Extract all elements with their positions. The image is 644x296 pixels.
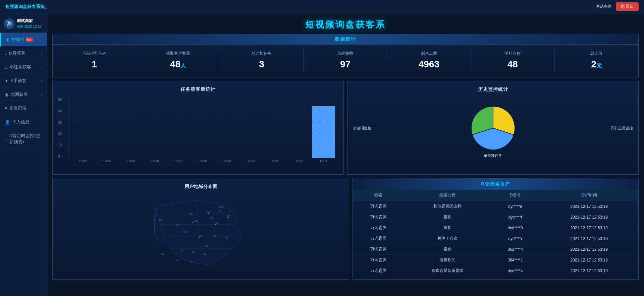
stat-value-4: 4963 — [391, 59, 467, 70]
bar-y-label: 10 — [58, 143, 62, 147]
pie-label-single: 单视频任务 — [484, 154, 502, 158]
svg-text:内蒙古: 内蒙古 — [189, 213, 194, 215]
bar-x-label-2: 12-09 — [119, 160, 142, 163]
bar-x-label-5: 12-12 — [192, 160, 215, 163]
bar-fill-10 — [312, 106, 335, 158]
sidebar-item-5[interactable]: ¥ 充值记录 — [0, 102, 47, 115]
nav-icon-5: ¥ — [5, 106, 7, 111]
table-cell-4-0: 万词霸屏 — [353, 244, 404, 255]
bottom-row: 用户地域分布图 — [52, 178, 639, 280]
table-card-title: D音线索用户 — [481, 181, 510, 186]
nav-arrow-2: › — [41, 65, 42, 69]
logout-button[interactable]: ⏻ 退出 — [616, 2, 639, 11]
table-cell-3-0: 万词霸屏 — [353, 233, 404, 244]
svg-text:河南: 河南 — [199, 235, 202, 237]
table-cell-1-1: 喜欢 — [404, 212, 491, 223]
table-row[interactable]: 万词霸屏其他霸屏怎么样dyr****e2021-12-17 12:53:19 — [353, 201, 638, 212]
table-col-2: D音号 — [491, 190, 540, 201]
svg-text:吉林: 吉林 — [219, 210, 222, 212]
map-card: 用户地域分布图 — [52, 178, 349, 280]
top-bar: 短视频询盘获客系统_ 测试商家 ⏻ 退出 — [0, 0, 644, 13]
table-body: 万词霸屏其他霸屏怎么样dyr****e2021-12-17 12:53:19万词… — [353, 201, 638, 276]
nav-label-2: 小红薯获客 — [9, 64, 31, 70]
sidebar-item-0[interactable]: ⊞ 控制台hot — [0, 33, 47, 47]
stat-label-5: 消耗点数 — [474, 51, 551, 56]
bar-x-label-7: 12-14 — [240, 160, 263, 163]
svg-text:重庆: 重庆 — [192, 251, 195, 253]
page-title: 短视频询盘获客系 — [47, 13, 644, 34]
stat-label-0: 当前运行任务 — [56, 51, 132, 56]
pie-svg — [466, 101, 520, 155]
nav-label-5: 充值记录 — [9, 105, 26, 111]
table-row[interactable]: 万词霸屏喜欢862****42021-12-17 12:53:19 — [353, 244, 638, 255]
stat-value-0: 1 — [56, 59, 132, 70]
main-content: 短视频询盘获客系 数据统计 当前运行任务 1获取客户数量 48人总监控任务 3总… — [47, 13, 644, 296]
table-row[interactable]: 万词霸屏挺喜欢的384****12021-12-17 12:53:19 — [353, 255, 638, 265]
sidebar-item-6[interactable]: 👤 个人信息 — [0, 115, 47, 129]
app-title: 短视频询盘获客系统_ — [5, 4, 47, 10]
table-cell-2-0: 万词霸屏 — [353, 223, 404, 233]
stat-item-0: 当前运行任务 1 — [53, 48, 136, 72]
nav-arrow-4: › — [41, 93, 42, 97]
bar-x-label-3: 12-10 — [144, 160, 166, 163]
table-row[interactable]: 万词霸屏喜欢背景音乐是啥dyn****42021-12-17 12:53:19 — [353, 265, 638, 276]
table-row[interactable]: 万词霸屏关注了喜欢dy0****r2021-12-17 12:53:19 — [353, 233, 638, 244]
nav-icon-0: ⊞ — [6, 37, 9, 42]
bars-container — [68, 98, 338, 158]
bar-y-label: 0 — [58, 155, 62, 158]
table-cell-4-1: 喜欢 — [404, 244, 491, 255]
svg-text:四川: 四川 — [181, 249, 184, 251]
bar-x-label-9: 12-16 — [288, 160, 311, 163]
bar-x-label-10: 12-17 — [312, 160, 335, 163]
bar-y-label: 20 — [58, 132, 62, 135]
svg-text:安徽: 安徽 — [213, 235, 216, 237]
sidebar-nav: ⊞ 控制台hot♪ M音获客›□ 小红薯获客›✦ K手获客›◉ 地图获客›¥ 充… — [0, 33, 47, 149]
svg-text:湖北: 湖北 — [205, 245, 208, 247]
table-cell-1-0: 万词霸屏 — [353, 212, 404, 223]
sidebar-username: 测试商家 — [17, 18, 42, 24]
table-row[interactable]: 万词霸屏喜欢dyx****f2021-12-17 12:53:19 — [353, 212, 638, 223]
sidebar-expiry: 到期 2022-12-17 — [17, 24, 42, 29]
bar-x-labels: 12-0712-0812-0912-1012-1112-1212-1312-14… — [68, 158, 338, 163]
nav-label-1: M音获客 — [9, 50, 26, 56]
table-cell-3-3: 2021-12-17 12:53:19 — [540, 233, 638, 244]
stat-item-4: 剩余点数 4963 — [387, 48, 471, 72]
top-bar-right: 测试商家 ⏻ 退出 — [596, 2, 639, 11]
sidebar-item-3[interactable]: ✦ K手获客› — [0, 74, 47, 88]
svg-text:浙江: 浙江 — [225, 237, 228, 239]
table-cell-1-2: dyx****f — [491, 212, 540, 223]
svg-point-32 — [215, 224, 217, 225]
svg-point-30 — [208, 213, 210, 214]
sidebar-item-1[interactable]: ♪ M音获客› — [0, 47, 47, 60]
table-cell-5-0: 万词霸屏 — [353, 255, 404, 265]
nav-icon-4: ◉ — [5, 92, 8, 97]
sidebar-item-4[interactable]: ◉ 地图获客› — [0, 88, 47, 102]
table-row[interactable]: 万词霸屏喜欢dyd****82021-12-17 12:53:19 — [353, 223, 638, 233]
pie-labels-right: 同行主页监控 — [611, 125, 633, 131]
table-cell-2-2: dyd****8 — [491, 223, 540, 233]
stat-item-3: 总视频数 97 — [304, 48, 387, 72]
stats-section: 数据统计 当前运行任务 1获取客户数量 48人总监控任务 3总视频数 97剩余点… — [52, 34, 639, 77]
stat-item-1: 获取客户数量 48人 — [136, 48, 220, 72]
table-cell-0-2: dyr****e — [491, 201, 540, 212]
table-cell-5-3: 2021-12-17 12:53:19 — [540, 255, 638, 265]
table-col-0: 线索 — [353, 190, 404, 201]
bar-chart: 01020304050 12-0712-0812-0912-1012-1112-… — [58, 98, 338, 165]
svg-text:新疆: 新疆 — [159, 219, 162, 221]
table-cell-4-3: 2021-12-17 12:53:19 — [540, 244, 638, 255]
svg-point-31 — [227, 217, 229, 218]
nav-icon-3: ✦ — [5, 78, 8, 83]
stat-label-1: 获取客户数量 — [140, 51, 216, 56]
stat-value-6: 2元 — [558, 59, 635, 70]
sidebar-item-2[interactable]: □ 小红薯获客› — [0, 60, 47, 74]
pie-chart-title: 历史监控统计 — [353, 86, 633, 93]
svg-text:辽宁: 辽宁 — [227, 215, 230, 217]
stat-item-6: 总充值 2元 — [555, 48, 638, 72]
sidebar-item-7[interactable]: □ D音定时监控(更新预告) — [0, 129, 47, 149]
stat-value-2: 3 — [223, 59, 300, 70]
data-table: 线索线索分析D音号分析时间 万词霸屏其他霸屏怎么样dyr****e2021-12… — [353, 190, 638, 276]
stats-grid: 当前运行任务 1获取客户数量 48人总监控任务 3总视频数 97剩余点数 496… — [53, 45, 638, 77]
svg-text:天津: 天津 — [210, 217, 213, 219]
table-head: 线索线索分析D音号分析时间 — [353, 190, 638, 201]
bar-x-label-0: 12-07 — [71, 160, 94, 163]
